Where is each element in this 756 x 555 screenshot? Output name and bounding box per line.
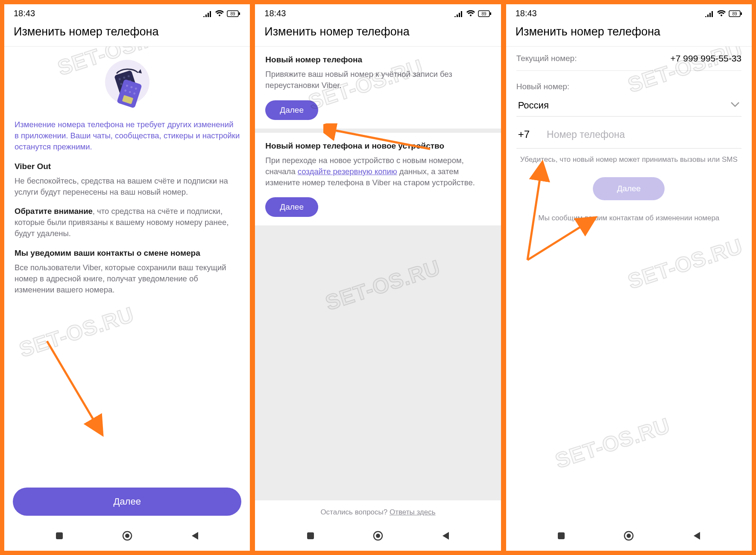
notify-title: Мы уведомим ваши контакты о смене номера [15, 248, 240, 258]
status-icons: 89 [203, 10, 240, 17]
android-nav-bar [506, 523, 752, 551]
bottom-bar: Далее [4, 488, 250, 523]
section-new-device: Новый номер телефона и новое устройство … [255, 133, 501, 226]
phone-screen-3: 18:43 89 Изменить номер телефона Текущий… [506, 4, 752, 551]
viber-out-text: Не беспокойтесь, средства на вашем счёте… [15, 175, 240, 198]
annotation-arrow [38, 337, 124, 448]
svg-line-35 [527, 217, 596, 260]
watermark: SET-OS.RU [552, 413, 673, 473]
signal-icon [203, 10, 212, 17]
android-nav-bar [255, 523, 501, 551]
clock: 18:43 [14, 9, 35, 18]
phone-screen-1: 18:43 89 Изменить номер телефона [4, 4, 250, 551]
watermark: SET-OS.RU [322, 255, 443, 315]
svg-point-23 [125, 534, 129, 538]
back-icon[interactable] [440, 530, 451, 541]
notify-hint: Мы сообщим вашим контактам об изменении … [516, 213, 741, 224]
wifi-icon [717, 10, 726, 17]
header: Изменить номер телефона [4, 21, 250, 47]
current-number-value: +7 999 995-55-33 [671, 53, 741, 64]
faq-footer: Остались вопросы? Ответы здесь [255, 500, 501, 523]
next-button-1[interactable]: Далее [265, 100, 318, 120]
section-text: При переходе на новое устройство с новым… [265, 155, 490, 188]
status-icons: 89 [705, 10, 742, 17]
svg-text:89: 89 [481, 12, 486, 16]
header: Изменить номер телефона [506, 21, 752, 47]
section-text: Привяжите ваш новый номер к учётной запи… [265, 69, 490, 91]
clock: 18:43 [264, 9, 286, 18]
content: Текущий номер: +7 999 995-55-33 Новый но… [506, 47, 752, 523]
backup-link[interactable]: создайте резервную копию [298, 167, 397, 176]
section-new-number: Новый номер телефона Привяжите ваш новый… [255, 47, 501, 129]
svg-text:89: 89 [231, 12, 236, 16]
faq-link[interactable]: Ответы здесь [390, 508, 436, 516]
section-title: Новый номер телефона и новое устройство [265, 141, 490, 151]
current-number-label: Текущий номер: [516, 54, 577, 63]
battery-icon: 89 [227, 10, 240, 17]
content: Новый номер телефона Привяжите ваш новый… [255, 47, 501, 523]
chevron-down-icon [730, 102, 740, 109]
content: Изменение номера телефона не требует дру… [4, 47, 250, 523]
svg-rect-1 [239, 12, 240, 15]
country-code: +7 [518, 129, 530, 140]
phone-placeholder: Номер телефона [547, 129, 625, 140]
signal-icon [454, 10, 463, 17]
recent-apps-icon[interactable] [556, 530, 567, 541]
viber-out-title: Viber Out [15, 162, 240, 171]
signal-icon [705, 10, 714, 17]
empty-area: SET-OS.RU SET-OS.RU [255, 225, 501, 500]
header: Изменить номер телефона [255, 21, 501, 47]
section-divider [255, 129, 501, 133]
recent-apps-icon[interactable] [305, 530, 316, 541]
watermark: SET-OS.RU [625, 234, 746, 294]
svg-rect-25 [490, 12, 491, 15]
svg-rect-28 [307, 532, 314, 539]
back-icon[interactable] [691, 530, 702, 541]
input-hint: Убедитесь, что новый номер может принима… [516, 155, 741, 165]
svg-point-38 [627, 534, 631, 538]
home-icon[interactable] [122, 530, 133, 541]
clock: 18:43 [516, 9, 537, 18]
battery-icon: 89 [478, 10, 492, 17]
wifi-icon [215, 10, 224, 17]
note-text: Обратите внимание, что средства на счёте… [15, 206, 240, 239]
country-name: Россия [518, 100, 549, 111]
svg-line-20 [47, 341, 103, 435]
notify-text: Все пользователи Viber, которые сохранил… [15, 262, 240, 295]
phone-screen-2: 18:43 89 Изменить номер телефона Новый н… [255, 4, 501, 551]
intro-text: Изменение номера телефона не требует дру… [15, 119, 240, 152]
phone-input[interactable]: +7 Номер телефона [516, 121, 741, 149]
page-title: Изменить номер телефона [516, 25, 742, 38]
wifi-icon [466, 10, 475, 17]
section-title: Новый номер телефона [265, 55, 490, 64]
next-button-2[interactable]: Далее [265, 197, 318, 217]
page-title: Изменить номер телефона [264, 25, 491, 38]
recent-apps-icon[interactable] [54, 530, 65, 541]
page-title: Изменить номер телефона [14, 25, 240, 38]
android-nav-bar [4, 523, 250, 551]
current-number-row: Текущий номер: +7 999 995-55-33 [516, 47, 741, 71]
status-icons: 89 [454, 10, 492, 17]
status-bar: 18:43 89 [255, 4, 501, 21]
svg-rect-21 [56, 532, 63, 539]
home-icon[interactable] [372, 530, 384, 541]
faq-text: Остались вопросы? [320, 508, 390, 516]
status-bar: 18:43 89 [506, 4, 752, 21]
svg-text:89: 89 [732, 12, 737, 16]
country-selector[interactable]: Россия [516, 95, 741, 117]
back-icon[interactable] [189, 530, 200, 541]
watermark: SET-OS.RU [16, 302, 137, 362]
status-bar: 18:43 89 [4, 4, 250, 21]
svg-rect-36 [558, 532, 565, 539]
sim-swap-illustration [4, 47, 250, 119]
svg-point-30 [376, 534, 380, 538]
home-icon[interactable] [623, 530, 634, 541]
svg-rect-32 [741, 12, 742, 15]
note-bold: Обратите внимание [15, 207, 93, 216]
new-number-label: Новый номер: [516, 82, 741, 91]
battery-icon: 89 [729, 10, 742, 17]
next-button-disabled: Далее [593, 177, 665, 200]
next-button[interactable]: Далее [13, 488, 241, 516]
